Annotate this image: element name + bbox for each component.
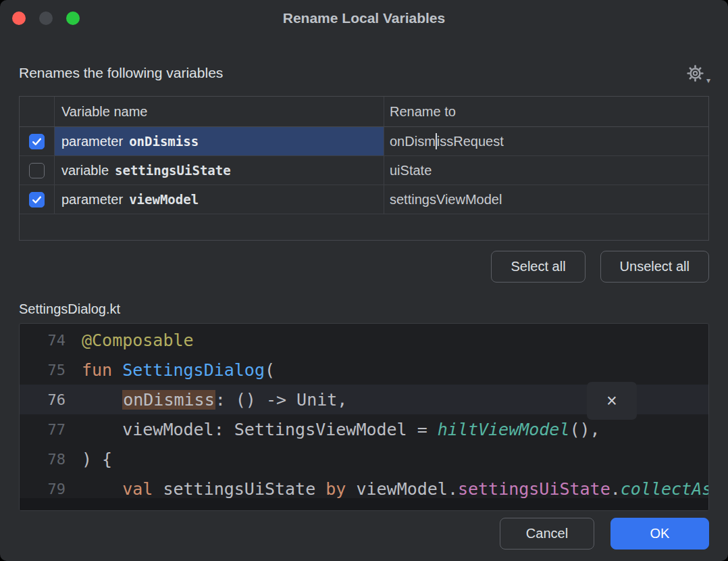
variable-name: settingsUiState — [115, 163, 231, 178]
variable-name-cell[interactable]: parameterviewModel — [55, 185, 384, 214]
table-row[interactable]: parameterviewModelsettingsViewModel — [20, 185, 708, 214]
column-header-variable-name[interactable]: Variable name — [55, 97, 384, 126]
ok-button[interactable]: OK — [610, 518, 709, 550]
unselect-all-button[interactable]: Unselect all — [600, 251, 709, 283]
rename-to-cell[interactable]: settingsViewModel — [384, 185, 708, 214]
table-header: Variable name Rename to — [20, 97, 708, 127]
variable-name-cell[interactable]: variablesettingsUiState — [55, 156, 384, 185]
line-number: 75 — [20, 362, 82, 379]
variable-kind: variable — [61, 163, 109, 178]
gear-icon — [686, 64, 704, 82]
variable-kind: parameter — [61, 134, 123, 149]
file-name-label: SettingsDialog.kt — [19, 301, 709, 318]
variable-kind: parameter — [61, 192, 123, 208]
column-header-rename-to[interactable]: Rename to — [384, 97, 708, 126]
settings-gear-button[interactable]: ▾ — [686, 64, 709, 82]
horizontal-scrollbar[interactable] — [20, 498, 708, 510]
code-text: @Composable — [82, 331, 708, 350]
row-checkbox[interactable] — [29, 134, 45, 149]
checkbox-cell — [20, 127, 55, 155]
check-icon — [31, 194, 43, 205]
close-preview-button[interactable]: × — [587, 382, 637, 420]
code-line: 74@Composable — [20, 325, 708, 355]
close-icon: × — [606, 392, 617, 410]
column-header-checkbox — [20, 97, 55, 126]
rename-table: Variable name Rename to parameteronDismi… — [19, 96, 709, 241]
rename-to-cell[interactable]: uiState — [384, 156, 708, 185]
minimize-button[interactable] — [39, 11, 53, 25]
rename-dialog: Rename Local Variables Renames the follo… — [0, 0, 728, 561]
row-checkbox[interactable] — [29, 163, 45, 178]
line-number: 76 — [20, 391, 82, 408]
table-empty-area — [20, 214, 708, 240]
dialog-footer: Cancel OK — [19, 518, 709, 550]
cancel-button[interactable]: Cancel — [500, 518, 594, 550]
zoom-button[interactable] — [66, 11, 80, 25]
rename-table-body: parameteronDismissonDismissRequestvariab… — [20, 127, 708, 214]
table-row[interactable]: variablesettingsUiStateuiState — [20, 156, 708, 185]
code-preview: 74@Composable75fun SettingsDialog(76 onD… — [19, 323, 709, 511]
line-number: 74 — [20, 332, 82, 349]
renames-label: Renames the following variables — [19, 65, 223, 81]
checkbox-cell — [20, 156, 55, 185]
code-text: viewModel: SettingsViewModel = hiltViewM… — [82, 420, 708, 439]
header-row: Renames the following variables — [19, 64, 709, 82]
line-number: 77 — [20, 421, 82, 438]
code-text: ) { — [82, 449, 708, 469]
code-line: 75fun SettingsDialog( — [20, 355, 708, 385]
line-number: 79 — [20, 481, 82, 497]
code-line: 78) { — [20, 444, 708, 474]
checkbox-cell — [20, 185, 55, 214]
variable-name: viewModel — [129, 192, 199, 207]
close-button[interactable] — [12, 11, 26, 25]
variable-name: onDismiss — [129, 134, 199, 149]
variable-name-cell[interactable]: parameteronDismiss — [55, 127, 384, 155]
code-text: fun SettingsDialog( — [82, 360, 708, 380]
rename-to-cell[interactable]: onDismissRequest — [384, 127, 708, 155]
line-number: 78 — [20, 451, 82, 468]
selection-actions: Select all Unselect all — [19, 251, 709, 283]
titlebar: Rename Local Variables — [0, 0, 728, 36]
select-all-button[interactable]: Select all — [491, 251, 585, 283]
row-checkbox[interactable] — [29, 192, 45, 208]
check-icon — [31, 136, 43, 147]
window-controls — [12, 11, 80, 25]
window-title: Rename Local Variables — [283, 10, 445, 26]
dialog-content: Renames the following variables — [0, 64, 728, 550]
code-text: val settingsUiState by viewModel.setting… — [82, 479, 708, 499]
table-row[interactable]: parameteronDismissonDismissRequest — [20, 127, 708, 156]
dropdown-arrow-icon: ▾ — [706, 76, 710, 85]
